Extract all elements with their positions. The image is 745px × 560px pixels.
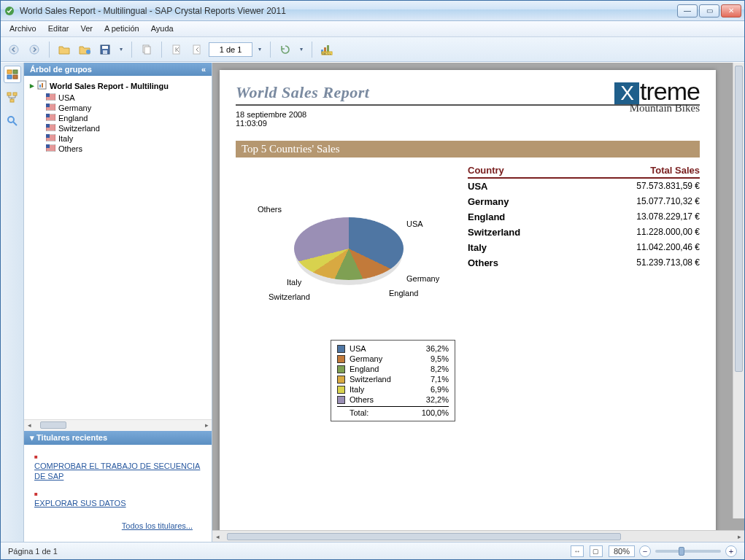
pie-label-others: Others (258, 205, 282, 214)
close-button[interactable]: ✕ (721, 4, 741, 18)
legend-item: Germany9,5% (337, 354, 449, 364)
page-dropdown[interactable]: ▾ (255, 46, 264, 52)
swatch-icon (337, 365, 345, 373)
svg-text:BETA: BETA (323, 51, 331, 55)
viewer-scroll-area[interactable]: World Sales Report 18 septiembre 2008 11… (212, 63, 744, 530)
tree-item-switzerland[interactable]: Switzerland (46, 123, 209, 133)
menu-edit[interactable]: Editar (42, 21, 75, 36)
open-file-button[interactable] (55, 41, 73, 58)
tree-item-label: Switzerland (58, 124, 100, 133)
pie-label-usa: USA (406, 219, 423, 228)
rail-groups-button[interactable] (4, 66, 21, 83)
swatch-icon (337, 376, 345, 384)
menu-bar: Archivo Editar Ver A petición Ayuda (1, 21, 744, 37)
svg-rect-53 (46, 134, 50, 138)
pie-label-england: England (389, 289, 418, 298)
refresh-dropdown[interactable]: ▾ (297, 46, 306, 52)
menu-file[interactable]: Archivo (4, 21, 42, 36)
toolbar: ▾ ▾ ▾ BETA (1, 37, 744, 62)
tree-children: USA Germany England Switzerland Italy Ot… (30, 93, 209, 154)
sidebar: Árbol de grupos « ▸ World Sales Report -… (24, 63, 212, 542)
tree-item-usa[interactable]: USA (46, 93, 209, 103)
svg-rect-20 (7, 93, 11, 96)
viewer-h-scrollbar[interactable]: ◂▸ (212, 530, 744, 542)
fit-page-button[interactable]: ▢ (590, 545, 603, 557)
report-time: 11:03:09 (236, 119, 700, 128)
window-buttons: — ▭ ✕ (677, 4, 741, 18)
svg-rect-8 (144, 47, 150, 54)
zoom-slider[interactable] (655, 550, 721, 553)
viewer-v-scrollbar[interactable] (733, 63, 744, 518)
sales-table: Country Total Sales USA57.573.831,59 € G… (468, 165, 700, 332)
logo-x-icon: X (614, 82, 639, 104)
brand-tagline: Mountain Bikes (481, 102, 700, 114)
legend-item: USA36,2% (337, 343, 449, 354)
legend-item: Switzerland7,1% (337, 374, 449, 384)
table-row: Germany15.077.710,32 € (468, 194, 700, 209)
page-indicator-input[interactable] (209, 42, 252, 57)
nav-back-button[interactable] (5, 41, 23, 58)
minimize-button[interactable]: — (677, 4, 698, 18)
first-page-button[interactable] (168, 41, 185, 58)
rail-tree-button[interactable] (4, 89, 21, 106)
pie-label-switzerland: Switzerland (269, 292, 310, 301)
flag-icon (46, 144, 55, 153)
beta-chart-button[interactable]: BETA (318, 41, 336, 58)
pie-label-germany: Germany (406, 274, 439, 283)
app-icon (4, 5, 15, 17)
save-button[interactable] (96, 41, 114, 58)
tree-h-scrollbar[interactable]: ◂▸ (24, 419, 212, 431)
prev-page-button[interactable] (188, 41, 206, 58)
fit-width-button[interactable]: ↔ (571, 545, 584, 557)
brand-logo: Xtreme Mountain Bikes (481, 77, 700, 114)
copy-button[interactable] (138, 41, 155, 58)
pie-graphic (294, 217, 404, 280)
all-headlines-link[interactable]: Todos los titulares... (122, 521, 193, 530)
zoom-controls: ↔ ▢ 80% − + (571, 545, 737, 557)
tree-item-germany[interactable]: Germany (46, 103, 209, 113)
tree-root[interactable]: ▸ World Sales Report - Multilingu (30, 79, 209, 93)
zoom-value[interactable]: 80% (609, 545, 635, 557)
recent-link-sequence[interactable]: COMPROBAR EL TRABAJO DE SECUENCIA DE SAP (34, 461, 201, 483)
brand-text: treme (640, 77, 700, 105)
report-icon (37, 80, 47, 91)
tree-item-england[interactable]: England (46, 113, 209, 123)
svg-point-3 (86, 50, 90, 54)
recent-link-explore[interactable]: EXPLORAR SUS DATOS (34, 498, 201, 509)
collapse-sidebar-icon[interactable]: « (201, 65, 206, 74)
svg-rect-26 (39, 85, 41, 88)
menu-view[interactable]: Ver (74, 21, 99, 36)
table-row: Switzerland11.228.000,00 € (468, 225, 700, 240)
zoom-out-button[interactable]: − (639, 545, 651, 557)
report-viewer: World Sales Report 18 septiembre 2008 11… (212, 63, 744, 542)
window-title: World Sales Report - Multilingual - SAP … (20, 6, 677, 16)
menu-help[interactable]: Ayuda (145, 21, 180, 36)
bullet-icon: ■ (34, 491, 38, 497)
menu-request[interactable]: A petición (99, 21, 145, 36)
table-row: Italy11.042.200,46 € (468, 240, 700, 255)
open-recent-button[interactable] (76, 41, 93, 58)
left-rail (1, 63, 24, 542)
maximize-button[interactable]: ▭ (699, 4, 719, 18)
nav-forward-button[interactable] (26, 41, 43, 58)
col-total-header: Total Sales (612, 165, 700, 176)
svg-rect-19 (13, 75, 18, 79)
groups-panel-title: Árbol de grupos (30, 65, 92, 74)
arrow-icon: ▸ (30, 81, 34, 90)
svg-point-23 (8, 117, 14, 122)
refresh-button[interactable] (277, 41, 294, 58)
svg-rect-21 (13, 93, 17, 96)
recent-panel-header: ▾ Titulares recientes (24, 431, 212, 445)
save-dropdown[interactable]: ▾ (117, 46, 126, 52)
tree-item-label: USA (58, 93, 75, 102)
chart-legend: USA36,2% Germany9,5% England8,2% Switzer… (331, 340, 455, 421)
zoom-in-button[interactable]: + (725, 545, 737, 557)
rail-search-button[interactable] (4, 112, 21, 130)
tree-item-others[interactable]: Others (46, 144, 209, 154)
svg-rect-59 (46, 144, 50, 148)
status-bar: Página 1 de 1 ↔ ▢ 80% − + (1, 542, 744, 559)
tree-item-italy[interactable]: Italy (46, 133, 209, 144)
col-country-header: Country (468, 165, 612, 176)
svg-point-2 (30, 45, 39, 54)
svg-rect-5 (102, 46, 108, 49)
